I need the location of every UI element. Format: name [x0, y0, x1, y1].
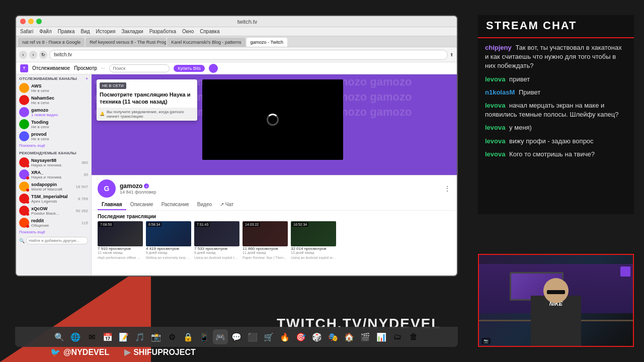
address-bar[interactable]: [49, 50, 448, 60]
dock-shop[interactable]: 🛒: [261, 329, 276, 344]
broadcast-card-5[interactable]: 16:52:34 32 014 просмотров 13 дней назад: [291, 221, 336, 254]
channel-sodapoppin[interactable]: sodapoppin World of Warcraft 18 547: [16, 180, 91, 193]
chat-message-1: chipjeny Так вот, ты участвовал в хакато…: [485, 43, 627, 71]
nav-home[interactable]: Главная: [98, 200, 126, 210]
more-options-button[interactable]: ⋮: [444, 185, 451, 193]
reload-button[interactable]: ↻: [39, 51, 47, 59]
channel-provod[interactable]: provod Не в сети: [16, 130, 91, 142]
tabs-bar: nat ref vs 8 - Поиск в Google Ref keywor…: [16, 36, 457, 47]
menu-file[interactable]: Файл: [39, 29, 52, 34]
nav-chat[interactable]: ↗ Чат: [216, 200, 237, 210]
broadcast-thumbnail: 16:52:34: [291, 221, 336, 246]
menu-window[interactable]: Окно: [182, 29, 194, 34]
sidebar-search: 🔍: [16, 235, 91, 246]
tab-3[interactable]: Karel Kuczmanski's Blog - patterns: [167, 38, 245, 47]
nav-browse[interactable]: Просмотр: [74, 65, 97, 71]
bell-icon: 🔔: [100, 112, 105, 116]
main-panel: gamozo gamozo gamozo ga mozo gamozo gamo…: [92, 74, 457, 276]
nav-about[interactable]: Описание: [126, 200, 157, 210]
tab-4-active[interactable]: gamozo - Twitch: [247, 38, 287, 47]
channel-info: xQcOW Powdur Black...: [31, 206, 74, 216]
broadcast-card-2[interactable]: 6:58:34 4 419 просмотров 9 дней назад: [146, 221, 191, 254]
menu-help[interactable]: Справка: [200, 29, 219, 34]
broadcast-card-1[interactable]: 7:08:50 7 910 просмотров 11 часов назад: [98, 221, 143, 254]
channel-gamozo[interactable]: gamozo 1 новое видео: [16, 106, 91, 118]
minimize-button[interactable]: [28, 19, 34, 24]
dock-twitch[interactable]: ⬛: [245, 329, 260, 344]
nav-following[interactable]: Отслеживаемое: [32, 65, 70, 71]
broadcast-time: 11 часов назад: [98, 251, 143, 254]
channel-xqc[interactable]: xQcOW Powdur Black... 50 292: [16, 205, 91, 217]
person-display: NIKE 📷: [479, 264, 633, 346]
nav-schedule[interactable]: Расписание: [157, 200, 193, 210]
broadcast-card-3[interactable]: 7:31:43 7 533 просмотров 9 дней назад: [194, 221, 239, 254]
dock-chart[interactable]: 📊: [374, 329, 389, 344]
menu-bookmarks[interactable]: Закладки: [121, 29, 143, 34]
dock-music[interactable]: 🎵: [132, 329, 147, 344]
youtube-handle-text: SHIFUPROJECT: [133, 348, 196, 357]
dock-finder[interactable]: 🔍: [52, 329, 67, 344]
user-avatar[interactable]: [209, 64, 218, 73]
find-channel-input[interactable]: [26, 237, 88, 244]
dock-notes[interactable]: 📝: [116, 329, 131, 344]
channel-xra[interactable]: XRA_ Наука и техника 35: [16, 168, 91, 180]
close-button[interactable]: [20, 19, 26, 24]
channel-page-name: gamozo ✓: [120, 183, 440, 190]
share-button[interactable]: ⬆: [450, 52, 454, 57]
dock-files[interactable]: 🗂: [390, 329, 405, 344]
menu-history[interactable]: История: [96, 29, 116, 34]
dock-target[interactable]: 🎯: [293, 329, 308, 344]
add-channel-icon[interactable]: +: [86, 76, 88, 81]
nav-videos[interactable]: Видео: [193, 200, 216, 210]
dock-photos[interactable]: 📸: [148, 329, 164, 344]
chat-username: levova: [485, 150, 505, 158]
dock-settings[interactable]: ⚙: [165, 329, 180, 344]
forward-button[interactable]: ›: [29, 51, 37, 59]
menu-view[interactable]: Вид: [81, 29, 90, 34]
channel-avatar: [19, 131, 29, 141]
live-indicator: [26, 176, 29, 179]
channel-info: AWS Не в сети: [31, 83, 88, 93]
show-more-recommended[interactable]: Показать ещё: [16, 229, 91, 235]
channel-tsm[interactable]: TSM_ImperialHal Apex Legends 8 769: [16, 193, 91, 205]
dock-calendar[interactable]: 📅: [100, 329, 115, 344]
video-player[interactable]: [202, 79, 343, 160]
dock-phone[interactable]: 📱: [197, 329, 212, 344]
chat-username: chipjeny: [485, 44, 512, 51]
channel-reddit[interactable]: reddit Общение 115: [16, 217, 91, 229]
channel-header: G gamozo ✓ 14 841 фолловер ⋮: [92, 175, 457, 200]
dock-discord[interactable]: 🎲: [309, 329, 325, 344]
buy-bits-button[interactable]: Купить Bits: [174, 65, 205, 72]
menu-safari[interactable]: Safari: [20, 29, 33, 34]
dock-launchpad[interactable]: 🌐: [68, 329, 83, 344]
dock-trash[interactable]: 🗑: [406, 329, 421, 344]
maximize-button[interactable]: [36, 19, 42, 24]
tab-2[interactable]: Ref keyword versus 8 - The Rust Programm…: [86, 38, 166, 47]
menu-edit[interactable]: Правка: [58, 29, 75, 34]
channel-page-avatar: G: [98, 179, 116, 198]
channel-naysayer[interactable]: Naysayer88 Наука и техника 360: [16, 156, 91, 168]
search-input[interactable]: [109, 64, 170, 72]
broadcast-card-4[interactable]: 14:03:22 11 860 просмотров 11 дней назад: [243, 221, 288, 254]
dock-game[interactable]: 🎮: [213, 329, 228, 344]
twitch-logo: T: [20, 64, 28, 72]
dock-messages[interactable]: 💬: [229, 329, 244, 344]
dock-video[interactable]: 🎬: [358, 329, 373, 344]
back-button[interactable]: ‹: [19, 51, 27, 59]
channel-tsoding[interactable]: Tsoding Не в сети: [16, 118, 91, 130]
dock-lock[interactable]: 🔒: [181, 329, 196, 344]
dock-mail[interactable]: ✉: [84, 329, 99, 344]
broadcast-time: 13 дней назад: [291, 251, 336, 254]
tab-1[interactable]: nat ref vs 8 - Поиск в Google: [18, 38, 85, 47]
menu-dev[interactable]: Разработка: [149, 29, 176, 34]
channel-aws[interactable]: AWS Не в сети: [16, 82, 91, 94]
nav-more[interactable]: ···: [101, 65, 105, 71]
dock-home[interactable]: 🏠: [342, 329, 357, 344]
broadcast-views: 4 419 просмотров: [146, 246, 191, 251]
dock-theater[interactable]: 🎭: [326, 329, 341, 344]
sidebar: ОТСЛЕЖИВАЕМЫЕ КАНАЛЫ + AWS Не в сети Nah…: [16, 74, 92, 276]
channel-nahamsec[interactable]: NahamSec Не в сети: [16, 94, 91, 106]
show-more-followed[interactable]: Показать ещё: [16, 142, 91, 149]
dock-firefox[interactable]: 🔥: [277, 329, 292, 344]
channel-avatar: [19, 182, 29, 192]
